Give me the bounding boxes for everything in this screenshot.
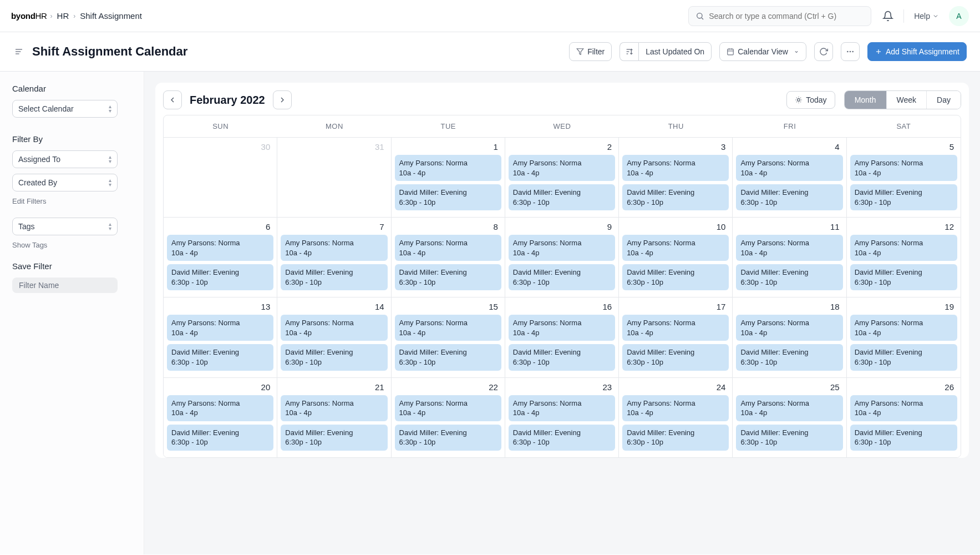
- calendar-cell[interactable]: 21Amy Parsons: Norma10a - 4pDavid Miller…: [277, 378, 391, 457]
- calendar-cell[interactable]: 23Amy Parsons: Norma10a - 4pDavid Miller…: [505, 378, 619, 457]
- calendar-event[interactable]: David Miller: Evening6:30p - 10p: [622, 264, 729, 290]
- calendar-cell[interactable]: 13Amy Parsons: Norma10a - 4pDavid Miller…: [164, 297, 277, 377]
- calendar-event[interactable]: Amy Parsons: Norma10a - 4p: [509, 155, 615, 181]
- created-by-select[interactable]: Created By ▴▾: [12, 174, 118, 191]
- calendar-event[interactable]: David Miller: Evening6:30p - 10p: [281, 344, 387, 370]
- calendar-event[interactable]: Amy Parsons: Norma10a - 4p: [736, 235, 842, 261]
- select-calendar[interactable]: Select Calendar ▴▾: [12, 100, 118, 118]
- more-button[interactable]: [841, 42, 860, 61]
- calendar-cell[interactable]: 30: [164, 138, 277, 217]
- calendar-event[interactable]: Amy Parsons: Norma10a - 4p: [167, 235, 273, 261]
- calendar-cell[interactable]: 22Amy Parsons: Norma10a - 4pDavid Miller…: [392, 378, 505, 457]
- edit-filters-link[interactable]: Edit Filters: [12, 197, 131, 205]
- calendar-event[interactable]: David Miller: Evening6:30p - 10p: [281, 425, 387, 451]
- calendar-event[interactable]: David Miller: Evening6:30p - 10p: [167, 425, 273, 451]
- calendar-event[interactable]: David Miller: Evening6:30p - 10p: [395, 264, 501, 290]
- search-input[interactable]: [709, 12, 864, 21]
- calendar-event[interactable]: David Miller: Evening6:30p - 10p: [167, 264, 273, 290]
- calendar-event[interactable]: David Miller: Evening6:30p - 10p: [736, 344, 842, 370]
- calendar-cell[interactable]: 18Amy Parsons: Norma10a - 4pDavid Miller…: [733, 297, 846, 377]
- assigned-to-select[interactable]: Assigned To ▴▾: [12, 150, 118, 168]
- help-menu[interactable]: Help: [914, 12, 939, 21]
- calendar-event[interactable]: Amy Parsons: Norma10a - 4p: [622, 235, 729, 261]
- calendar-event[interactable]: David Miller: Evening6:30p - 10p: [850, 264, 957, 290]
- calendar-event[interactable]: David Miller: Evening6:30p - 10p: [736, 264, 842, 290]
- filter-name-input[interactable]: [12, 278, 118, 293]
- avatar[interactable]: A: [949, 6, 969, 26]
- calendar-cell[interactable]: 6Amy Parsons: Norma10a - 4pDavid Miller:…: [164, 218, 277, 297]
- calendar-event[interactable]: David Miller: Evening6:30p - 10p: [281, 264, 387, 290]
- calendar-event[interactable]: David Miller: Evening6:30p - 10p: [622, 184, 729, 210]
- calendar-event[interactable]: Amy Parsons: Norma10a - 4p: [281, 315, 387, 341]
- calendar-event[interactable]: David Miller: Evening6:30p - 10p: [509, 264, 615, 290]
- calendar-cell[interactable]: 3Amy Parsons: Norma10a - 4pDavid Miller:…: [619, 138, 733, 217]
- prev-month-button[interactable]: [163, 90, 182, 109]
- calendar-event[interactable]: Amy Parsons: Norma10a - 4p: [395, 395, 501, 421]
- view-day[interactable]: Day: [927, 91, 961, 109]
- calendar-event[interactable]: David Miller: Evening6:30p - 10p: [622, 425, 729, 451]
- calendar-event[interactable]: Amy Parsons: Norma10a - 4p: [736, 395, 842, 421]
- calendar-event[interactable]: Amy Parsons: Norma10a - 4p: [850, 235, 957, 261]
- calendar-event[interactable]: Amy Parsons: Norma10a - 4p: [281, 395, 387, 421]
- breadcrumb-hr[interactable]: HR: [57, 11, 69, 21]
- calendar-event[interactable]: Amy Parsons: Norma10a - 4p: [395, 315, 501, 341]
- refresh-button[interactable]: [814, 42, 833, 61]
- sort-button[interactable]: [620, 42, 638, 61]
- calendar-cell[interactable]: 14Amy Parsons: Norma10a - 4pDavid Miller…: [277, 297, 391, 377]
- calendar-event[interactable]: Amy Parsons: Norma10a - 4p: [622, 395, 729, 421]
- calendar-event[interactable]: David Miller: Evening6:30p - 10p: [850, 344, 957, 370]
- view-select[interactable]: Calendar View: [719, 42, 806, 61]
- calendar-event[interactable]: Amy Parsons: Norma10a - 4p: [509, 315, 615, 341]
- sidebar-toggle-icon[interactable]: [13, 47, 24, 56]
- calendar-event[interactable]: Amy Parsons: Norma10a - 4p: [622, 155, 729, 181]
- today-button[interactable]: Today: [786, 91, 835, 109]
- tags-select[interactable]: Tags ▴▾: [12, 218, 118, 235]
- bell-icon[interactable]: [882, 11, 893, 22]
- view-week[interactable]: Week: [887, 91, 927, 109]
- calendar-event[interactable]: David Miller: Evening6:30p - 10p: [850, 184, 957, 210]
- calendar-cell[interactable]: 20Amy Parsons: Norma10a - 4pDavid Miller…: [164, 378, 277, 457]
- next-month-button[interactable]: [273, 90, 292, 109]
- sort-field-select[interactable]: Last Updated On: [638, 42, 712, 61]
- calendar-cell[interactable]: 17Amy Parsons: Norma10a - 4pDavid Miller…: [619, 297, 733, 377]
- calendar-event[interactable]: Amy Parsons: Norma10a - 4p: [850, 155, 957, 181]
- calendar-cell[interactable]: 11Amy Parsons: Norma10a - 4pDavid Miller…: [733, 218, 846, 297]
- calendar-cell[interactable]: 8Amy Parsons: Norma10a - 4pDavid Miller:…: [392, 218, 505, 297]
- add-shift-button[interactable]: Add Shift Assignment: [867, 42, 967, 61]
- view-month[interactable]: Month: [845, 91, 887, 109]
- calendar-event[interactable]: Amy Parsons: Norma10a - 4p: [167, 395, 273, 421]
- calendar-event[interactable]: David Miller: Evening6:30p - 10p: [850, 425, 957, 451]
- calendar-event[interactable]: Amy Parsons: Norma10a - 4p: [736, 155, 842, 181]
- calendar-event[interactable]: Amy Parsons: Norma10a - 4p: [622, 315, 729, 341]
- calendar-cell[interactable]: 19Amy Parsons: Norma10a - 4pDavid Miller…: [847, 297, 961, 377]
- calendar-event[interactable]: Amy Parsons: Norma10a - 4p: [850, 395, 957, 421]
- calendar-event[interactable]: David Miller: Evening6:30p - 10p: [395, 425, 501, 451]
- calendar-cell[interactable]: 26Amy Parsons: Norma10a - 4pDavid Miller…: [847, 378, 961, 457]
- calendar-cell[interactable]: 2Amy Parsons: Norma10a - 4pDavid Miller:…: [505, 138, 619, 217]
- calendar-cell[interactable]: 31: [277, 138, 391, 217]
- calendar-event[interactable]: David Miller: Evening6:30p - 10p: [736, 425, 842, 451]
- calendar-cell[interactable]: 5Amy Parsons: Norma10a - 4pDavid Miller:…: [847, 138, 961, 217]
- calendar-event[interactable]: David Miller: Evening6:30p - 10p: [167, 344, 273, 370]
- calendar-event[interactable]: Amy Parsons: Norma10a - 4p: [395, 155, 501, 181]
- filter-button[interactable]: Filter: [569, 42, 612, 61]
- calendar-cell[interactable]: 25Amy Parsons: Norma10a - 4pDavid Miller…: [733, 378, 846, 457]
- calendar-cell[interactable]: 7Amy Parsons: Norma10a - 4pDavid Miller:…: [277, 218, 391, 297]
- calendar-event[interactable]: Amy Parsons: Norma10a - 4p: [850, 315, 957, 341]
- calendar-event[interactable]: David Miller: Evening6:30p - 10p: [622, 344, 729, 370]
- calendar-event[interactable]: Amy Parsons: Norma10a - 4p: [509, 395, 615, 421]
- calendar-event[interactable]: David Miller: Evening6:30p - 10p: [509, 425, 615, 451]
- calendar-event[interactable]: David Miller: Evening6:30p - 10p: [736, 184, 842, 210]
- calendar-event[interactable]: Amy Parsons: Norma10a - 4p: [509, 235, 615, 261]
- calendar-cell[interactable]: 1Amy Parsons: Norma10a - 4pDavid Miller:…: [392, 138, 505, 217]
- calendar-event[interactable]: Amy Parsons: Norma10a - 4p: [167, 315, 273, 341]
- calendar-event[interactable]: Amy Parsons: Norma10a - 4p: [395, 235, 501, 261]
- calendar-event[interactable]: David Miller: Evening6:30p - 10p: [509, 184, 615, 210]
- calendar-event[interactable]: Amy Parsons: Norma10a - 4p: [281, 235, 387, 261]
- show-tags-link[interactable]: Show Tags: [12, 241, 131, 249]
- calendar-cell[interactable]: 15Amy Parsons: Norma10a - 4pDavid Miller…: [392, 297, 505, 377]
- calendar-cell[interactable]: 4Amy Parsons: Norma10a - 4pDavid Miller:…: [733, 138, 846, 217]
- calendar-cell[interactable]: 24Amy Parsons: Norma10a - 4pDavid Miller…: [619, 378, 733, 457]
- global-search[interactable]: [688, 6, 871, 26]
- calendar-event[interactable]: David Miller: Evening6:30p - 10p: [395, 344, 501, 370]
